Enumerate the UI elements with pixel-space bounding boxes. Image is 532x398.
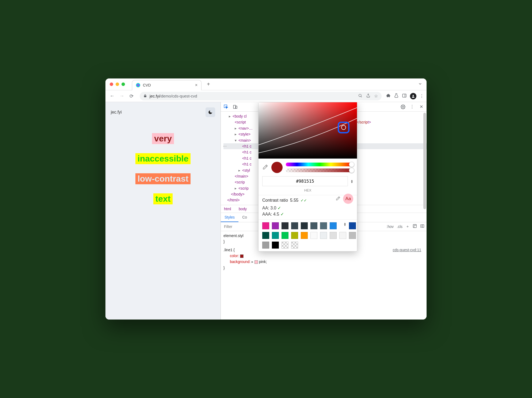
word-4: text (153, 193, 173, 204)
palette-swatch[interactable] (330, 232, 337, 239)
format-toggle[interactable]: ▲▼ (351, 179, 353, 183)
pick-bg-icon[interactable] (336, 196, 340, 202)
labs-icon[interactable] (394, 93, 399, 99)
sidebar-toggle-icon[interactable] (420, 224, 424, 229)
palette-swatch-transparent[interactable] (291, 242, 298, 249)
hov-toggle[interactable]: :hov (387, 224, 394, 229)
zoom-icon[interactable] (358, 93, 362, 99)
background-swatch[interactable] (254, 260, 258, 264)
contrast-sample-badge: Aa (343, 194, 353, 204)
palette-swatch[interactable] (330, 222, 337, 229)
palette-swatch[interactable] (349, 222, 356, 229)
dom-style[interactable]: <style> (238, 132, 250, 136)
palette-swatch[interactable] (310, 222, 317, 229)
crumb-body[interactable]: body (239, 207, 247, 211)
dom-h1-3[interactable]: <h1 c (242, 156, 252, 160)
url-host: jec.fyi (150, 94, 160, 98)
palette-swatch[interactable] (291, 222, 298, 229)
dom-nav[interactable]: <nav>… (238, 126, 253, 130)
hex-input[interactable] (262, 176, 348, 186)
reload-button[interactable]: ⟳ (127, 92, 135, 100)
browser-menu-button[interactable]: ⋮ (420, 93, 424, 99)
palette-swatch[interactable] (262, 242, 269, 249)
css-val-background[interactable]: pink (259, 260, 266, 264)
side-panel-icon[interactable] (402, 93, 407, 99)
dom-script-3[interactable]: <scrip (238, 186, 249, 190)
css-prop-background[interactable]: background (230, 260, 249, 264)
device-toggle-icon[interactable] (233, 104, 238, 110)
palette-toggle[interactable]: ▲▼ (344, 222, 346, 229)
palette-swatch[interactable] (282, 232, 288, 239)
inspect-icon[interactable] (223, 104, 229, 110)
hue-knob[interactable] (349, 162, 354, 167)
maximize-window-button[interactable] (121, 82, 125, 86)
devtools-settings-icon[interactable] (400, 104, 406, 110)
tabs-menu-button[interactable] (418, 82, 422, 87)
palette-swatch-transparent[interactable] (282, 242, 288, 249)
bookmark-icon[interactable]: ☆ (374, 93, 378, 99)
minimize-window-button[interactable] (116, 82, 119, 86)
alpha-slider[interactable] (286, 168, 353, 172)
saturation-value-field[interactable] (259, 102, 357, 159)
forward-button[interactable]: → (118, 92, 126, 100)
palette-swatch[interactable] (310, 232, 317, 239)
eyedropper-icon[interactable] (262, 164, 268, 171)
url-text: jec.fyi/demo/cds-quest-cvd (150, 94, 197, 98)
palette-swatch[interactable] (282, 222, 288, 229)
dom-h1-1[interactable]: <h1 c (242, 144, 252, 148)
dark-mode-button[interactable] (206, 107, 215, 117)
palette-swatch[interactable] (272, 222, 279, 229)
back-button[interactable]: ← (108, 92, 116, 100)
dom-script[interactable]: <script (235, 120, 246, 124)
devtools-more-icon[interactable]: ⋮ (409, 104, 415, 110)
omnibox-actions: ☆ (358, 93, 378, 99)
palette-swatch[interactable] (339, 232, 346, 239)
palette-swatch[interactable] (272, 232, 279, 239)
close-window-button[interactable] (110, 82, 113, 86)
devtools-close-icon[interactable]: ✕ (419, 104, 424, 110)
css-prop-color[interactable]: color (230, 254, 238, 258)
share-icon[interactable] (366, 93, 370, 99)
window-controls (105, 82, 129, 86)
palette-swatch[interactable] (262, 222, 269, 229)
aaa-label: AAA: 4.5 (262, 212, 279, 216)
crumb-html[interactable]: html (224, 207, 231, 211)
palette-swatch[interactable] (301, 222, 308, 229)
css-source-link[interactable]: cds-quest-cvd:11 (393, 247, 421, 253)
palette-swatch[interactable] (291, 232, 298, 239)
palette-swatch[interactable] (320, 222, 327, 229)
word-2: inaccessible (135, 153, 191, 164)
dom-main[interactable]: <main> (238, 138, 251, 142)
alpha-knob[interactable] (349, 168, 354, 173)
cls-toggle[interactable]: .cls (397, 224, 402, 229)
tab-styles[interactable]: Styles (221, 213, 238, 222)
dom-body[interactable]: <body cl (233, 114, 247, 118)
dom-end-html[interactable]: </html> (227, 198, 240, 202)
new-tab-button[interactable]: + (204, 81, 213, 87)
tab-close-button[interactable]: × (195, 83, 197, 88)
palette-swatch[interactable] (349, 232, 356, 239)
palette-swatch[interactable] (262, 232, 269, 239)
extensions-icon[interactable] (386, 93, 391, 99)
scrollbar[interactable] (423, 113, 426, 209)
dom-h1-4[interactable]: <h1 c (242, 162, 252, 166)
css-rule-line1[interactable]: .line1 { (223, 248, 235, 252)
check-icon: ✓✓ (301, 198, 307, 202)
color-handle[interactable] (338, 122, 349, 133)
dom-end-body[interactable]: </body> (231, 192, 245, 196)
dom-script-2[interactable]: <scrip (235, 180, 245, 184)
palette-swatch[interactable] (272, 242, 279, 249)
computed-toggle-icon[interactable] (413, 224, 417, 229)
css-element-style[interactable]: element.styl (223, 234, 244, 238)
dom-h1-2[interactable]: <h1 c (242, 150, 252, 154)
omnibox[interactable]: jec.fyi/demo/cds-quest-cvd ☆ (140, 92, 382, 100)
profile-avatar[interactable] (410, 93, 416, 99)
palette-swatch[interactable] (301, 232, 308, 239)
dom-end-main[interactable]: </main> (235, 174, 248, 178)
palette-swatch[interactable] (320, 232, 327, 239)
hue-slider[interactable] (286, 163, 353, 166)
new-rule-button[interactable]: ＋ (406, 224, 409, 229)
tab-computed[interactable]: Co (238, 213, 251, 222)
color-swatch[interactable] (240, 254, 244, 258)
browser-tab[interactable]: CVD × (132, 80, 202, 90)
